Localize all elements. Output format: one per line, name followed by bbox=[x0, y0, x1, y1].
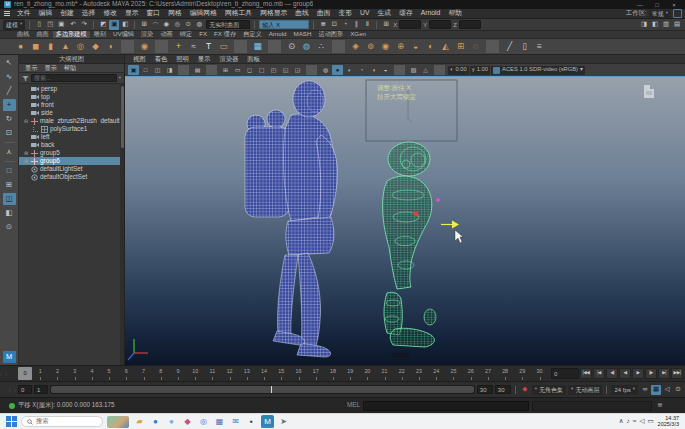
mel-label[interactable]: MEL bbox=[347, 402, 360, 408]
xray-icon[interactable]: ▧ bbox=[408, 65, 419, 75]
select-camera-icon[interactable]: ▣ bbox=[128, 65, 139, 75]
scale-tool-icon[interactable]: ⊡ bbox=[3, 127, 16, 139]
viewport-menu-item[interactable]: 照明 bbox=[172, 56, 193, 62]
widgets-button[interactable] bbox=[107, 416, 129, 428]
menubar-item[interactable]: UV bbox=[356, 10, 373, 17]
rig-skeleton-icon[interactable]: ◈ bbox=[349, 40, 362, 53]
redo-icon[interactable]: ↷ bbox=[79, 20, 89, 30]
timeline-ticks[interactable]: 0123456789101112131415161718192021222324… bbox=[18, 366, 545, 381]
timeline-tick[interactable]: 4 bbox=[87, 366, 97, 381]
shelf-tab[interactable]: Arnold bbox=[266, 31, 290, 37]
poly-torus-icon[interactable]: ◎ bbox=[74, 40, 87, 53]
current-frame-field[interactable]: 0 bbox=[551, 368, 579, 379]
selected-vertex-point[interactable] bbox=[436, 198, 440, 202]
workspace-panel-icon[interactable] bbox=[673, 9, 682, 18]
pause-icon[interactable]: Ⅱ bbox=[362, 20, 372, 30]
shelf-tab[interactable]: FX bbox=[196, 31, 210, 37]
menubar-item[interactable]: 缓存 bbox=[395, 10, 417, 17]
play-forwards-button[interactable]: ▶ bbox=[632, 368, 644, 379]
isolate-select-icon[interactable]: △ bbox=[420, 65, 431, 75]
safe-action-icon[interactable]: ◱ bbox=[280, 65, 291, 75]
timeline-tick[interactable]: 27 bbox=[483, 366, 493, 381]
shadows-icon[interactable]: ◑ bbox=[368, 65, 379, 75]
colorspace-selector[interactable]: ACES 1.0 SDR-video (sRGB) ▾ bbox=[491, 66, 585, 75]
attribute-editor-toggle[interactable]: ◨ bbox=[639, 20, 649, 30]
safe-title-icon[interactable]: ◲ bbox=[292, 65, 303, 75]
image-plane-icon[interactable]: ▤ bbox=[192, 65, 203, 75]
make-live-icon[interactable]: ◍ bbox=[194, 20, 204, 30]
playback-end-field[interactable]: 30 bbox=[477, 385, 493, 394]
zoom-region-icon[interactable]: ⊙ bbox=[3, 221, 16, 233]
play-backwards-button[interactable]: ◀ bbox=[619, 368, 631, 379]
outliner-menu-item[interactable]: 显示 bbox=[41, 65, 59, 71]
shelf-icon[interactable] bbox=[332, 40, 345, 53]
close-button[interactable]: × bbox=[667, 2, 681, 8]
outliner-menu-item[interactable]: 帮助 bbox=[61, 65, 79, 71]
rig-constraint-icon[interactable]: ⊕ bbox=[394, 40, 407, 53]
menubar-item[interactable]: 网格 bbox=[164, 10, 186, 17]
script-editor-icon[interactable]: ≣ bbox=[655, 401, 665, 411]
viewport-menu-item[interactable]: 面板 bbox=[243, 56, 264, 62]
timeline-tick[interactable]: 20 bbox=[362, 366, 372, 381]
outliner-item-back[interactable]: back bbox=[19, 141, 124, 149]
shelf-tab[interactable]: 曲面 bbox=[33, 31, 51, 37]
tool-settings-toggle[interactable]: ◧ bbox=[650, 20, 660, 30]
manipulator-center-point[interactable] bbox=[414, 212, 419, 217]
maximize-button[interactable]: □ bbox=[650, 2, 664, 8]
shelf-tab[interactable]: 渲染 bbox=[138, 31, 156, 37]
timeline-tick[interactable]: 25 bbox=[448, 366, 458, 381]
render-current-frame-icon[interactable]: ◔ bbox=[340, 20, 350, 30]
exposure-control[interactable]: ◐ 0.00 bbox=[448, 66, 469, 75]
range-slider-track[interactable] bbox=[50, 385, 475, 394]
edit-list-icon[interactable]: ≡ bbox=[533, 40, 546, 53]
shelf-icon[interactable] bbox=[268, 40, 281, 53]
timeline-drag-handle[interactable]: ⋮⋮ bbox=[0, 366, 7, 381]
timeline-tick[interactable]: 26 bbox=[466, 366, 476, 381]
volume-icon[interactable]: ◁ bbox=[639, 418, 644, 425]
y-coordinate-field[interactable] bbox=[429, 20, 451, 29]
modeling-toolkit-icon[interactable]: ▦ bbox=[251, 40, 264, 53]
select-hierarchy-icon[interactable]: ◩ bbox=[98, 20, 108, 30]
timeline-tick[interactable]: 8 bbox=[156, 366, 166, 381]
menubar-item[interactable]: 显示 bbox=[121, 10, 143, 17]
timeline-tick[interactable]: 17 bbox=[311, 366, 321, 381]
timeline-tick[interactable]: 24 bbox=[431, 366, 441, 381]
live-surface-field[interactable]: 无实时曲面 bbox=[206, 20, 250, 29]
construction-history-icon[interactable]: ≣ bbox=[318, 20, 328, 30]
timeline-tick[interactable]: 11 bbox=[207, 366, 217, 381]
layout-four-pane-button[interactable]: ⊞ bbox=[3, 179, 16, 191]
timeline-tick[interactable]: 5 bbox=[104, 366, 114, 381]
timeline-tick[interactable]: 29 bbox=[517, 366, 527, 381]
select-object-icon[interactable]: ▣ bbox=[109, 20, 119, 30]
timeline-tick[interactable]: 22 bbox=[397, 366, 407, 381]
z-coordinate-field[interactable] bbox=[459, 20, 481, 29]
step-back-key-button[interactable]: |◀ bbox=[593, 368, 605, 379]
outliner-item-male-group[interactable]: ⊟ male_zbrush2Brush_default_group bbox=[19, 117, 124, 125]
filter-icon[interactable] bbox=[22, 75, 29, 82]
snap-together-tool-icon[interactable]: ⋏ bbox=[3, 146, 16, 158]
menubar-item[interactable]: 编辑网格 bbox=[186, 10, 221, 17]
calculator-app-icon[interactable]: ▦ bbox=[213, 415, 226, 428]
shelf-tab[interactable]: MASH bbox=[291, 31, 315, 37]
range-drag-handle[interactable]: ⋮⋮ bbox=[9, 387, 16, 392]
tool-icon[interactable] bbox=[4, 142, 15, 143]
outliner-item-side[interactable]: side bbox=[19, 109, 124, 117]
viewport-menu-item[interactable]: 渲染器 bbox=[215, 56, 242, 62]
timeline-tick[interactable]: 6 bbox=[121, 366, 131, 381]
timeline-tick[interactable]: 23 bbox=[414, 366, 424, 381]
snap-curve-icon[interactable]: ◠ bbox=[150, 20, 160, 30]
timeline-tick[interactable]: 2 bbox=[52, 366, 62, 381]
shelf-tab[interactable]: 雕刻 bbox=[91, 31, 109, 37]
tool-icon[interactable] bbox=[4, 161, 15, 162]
chevron-down-icon[interactable]: ▾ bbox=[119, 76, 121, 81]
timeline-tick[interactable]: 12 bbox=[225, 366, 235, 381]
outliner-item-left[interactable]: left bbox=[19, 133, 124, 141]
menubar-item[interactable]: 选择 bbox=[78, 10, 100, 17]
fps-selector[interactable]: 24 fps ▾ bbox=[611, 385, 638, 395]
use-all-lights-icon[interactable]: ◔ bbox=[356, 65, 367, 75]
file-explorer-icon[interactable]: ▰ bbox=[133, 415, 146, 428]
shelf-tab[interactable]: UV编辑 bbox=[110, 31, 137, 37]
rotate-tool-icon[interactable]: ↻ bbox=[3, 113, 16, 125]
paint-app-icon[interactable]: ◆ bbox=[181, 415, 194, 428]
paint-select-tool-icon[interactable]: ╱ bbox=[3, 85, 16, 97]
